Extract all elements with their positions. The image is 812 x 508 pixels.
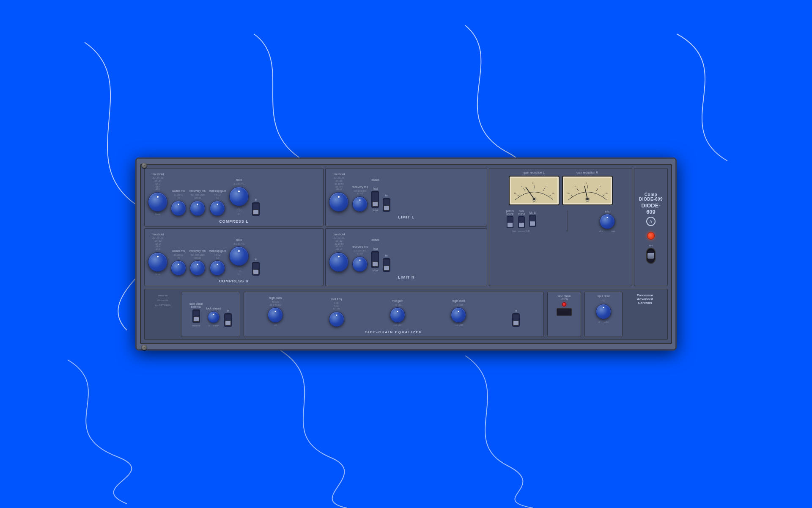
sidechain-int-label: internal: [192, 324, 200, 327]
compress-l-threshold-knob[interactable]: [148, 192, 167, 212]
limit-l-threshold-scale: -24 -20 -16-28 -12-32 10 50-36 -8 0-40 a…: [333, 177, 345, 191]
input-drive-plus24: +24: [604, 321, 609, 323]
top-section: threshold -24 -20 -16-28 -12-32 10-36 4-…: [144, 168, 668, 286]
compress-r-in-toggle[interactable]: [252, 262, 260, 276]
limit-r-section: threshold -24 -20 -16-28 -12-32 10 50-36…: [325, 228, 487, 287]
limit-r-threshold-knob[interactable]: [329, 252, 348, 272]
power-switch[interactable]: [646, 248, 656, 264]
mid-freq-group: mid freq 1.2k5.1k80 10k: [329, 298, 344, 327]
mid-freq-knob[interactable]: [329, 312, 344, 327]
vu-meter-r-face: 0 6 12 16 20 dB: [563, 177, 612, 204]
high-pass-knob[interactable]: [268, 307, 283, 323]
linking-sublabels: link stereo LR: [512, 230, 529, 232]
limit-r-fast-label: fast: [371, 247, 379, 250]
limit-r-recovery-knob[interactable]: [352, 257, 368, 272]
stereo-label: stereo: [518, 230, 525, 232]
compress-r-threshold-group: threshold -24 -20 -16-28 -12-32 10-36 4-…: [148, 233, 167, 276]
compress-r-attack-scale: 15 25 5075: [174, 254, 183, 259]
gr-meters: gain reduction L: [492, 171, 629, 205]
sidechain-ext-toggle[interactable]: [192, 309, 200, 323]
high-shelf-knob[interactable]: [451, 307, 466, 323]
param-unlink-toggle[interactable]: [507, 216, 513, 228]
compress-l-makeup-knob[interactable]: [210, 201, 225, 216]
dual-mono-toggle[interactable]: [518, 216, 525, 228]
sidechain-in-toggle[interactable]: [224, 313, 232, 327]
compress-r-recovery-knob[interactable]: [190, 260, 205, 276]
limit-r-attack-toggle[interactable]: [371, 251, 379, 268]
compress-r-threshold-label: threshold: [152, 233, 164, 236]
sidechain-in-label: in: [227, 309, 229, 312]
input-drive-knob[interactable]: [596, 304, 611, 319]
linking-controls: param unlink dual mono: [492, 208, 629, 232]
svg-point-13: [533, 198, 535, 200]
limit-l-recovery-knob[interactable]: [352, 196, 368, 212]
mid-gain-knob[interactable]: [390, 307, 405, 323]
compress-r-threshold-knob[interactable]: [148, 252, 167, 272]
sidechain-section: side chainexternal internal look ahead 0: [181, 292, 240, 337]
sidechain-eq-in-group: in: [512, 309, 520, 327]
look-ahead-label: look ahead: [206, 307, 221, 310]
limit-l-attack-toggle[interactable]: [371, 191, 379, 208]
compress-l-ratio-scale-bot: 1.5:11.1:16:1: [236, 207, 241, 216]
compress-r-recovery-scale: 400 800 1500100 a2: [190, 254, 205, 259]
svg-text:16: 16: [567, 192, 570, 194]
sidechain-eq-knobs: high pass 40 16020 640 320 off mid freq …: [247, 295, 541, 329]
compress-r-attack-label: attack ms: [172, 249, 185, 252]
link-label: link: [512, 230, 516, 232]
compress-l-recovery-knob[interactable]: [190, 201, 205, 216]
limit-r-slow-label: slow: [372, 269, 378, 272]
compress-l-fixed-label: fixed: [155, 213, 160, 216]
sidechain-eq-in-toggle[interactable]: [512, 313, 520, 327]
limit-r-threshold-group: threshold -24 -20 -16-28 -12-32 10 50-36…: [329, 233, 348, 272]
svg-text:16: 16: [514, 192, 516, 194]
limit-l-threshold-group: threshold -24 -20 -16-28 -12-32 10 50-36…: [329, 173, 348, 212]
sidechain-listen-label: side chain listen: [557, 295, 571, 301]
compress-l-makeup-group: makeup gain 4 8 12a2: [209, 189, 226, 215]
compress-r-ratio-knob[interactable]: [229, 246, 249, 266]
power-switch-handle: [647, 253, 654, 259]
vu-meter-l: 0 6 12 16 20 dB: [509, 176, 560, 205]
limit-r-recovery-group: recovery ms 100 200 800a1 a2: [352, 245, 368, 271]
limit-l-threshold-knob[interactable]: [329, 192, 348, 212]
compress-r-makeup-label: makeup gain: [209, 249, 226, 252]
compress-r-makeup-knob[interactable]: [210, 260, 225, 276]
compress-l-in-toggle[interactable]: [252, 202, 260, 216]
limit-l-in-handle: [384, 205, 390, 210]
compress-l-makeup-scale: 4 8 12a2: [214, 193, 221, 199]
limit-l-in-toggle[interactable]: [383, 198, 390, 212]
compress-l-threshold-label: threshold: [152, 173, 164, 176]
mid-gain-label: mid gain: [392, 299, 403, 302]
vu-meter-l-face: 0 6 12 16 20 dB: [510, 177, 559, 204]
sidechain-eq-section: high pass 40 16020 640 320 off mid freq …: [244, 292, 544, 337]
compress-l-ratio-label: ratio: [236, 178, 242, 181]
compress-r-attack-knob[interactable]: [171, 260, 186, 276]
limit-r-attack-labels: attack fast: [371, 238, 379, 250]
limit-l-section: threshold -24 -20 -16-28 -12-32 10 50-36…: [325, 168, 487, 226]
audio-unit: threshold -24 -20 -16-28 -12-32 10-36 4-…: [135, 157, 677, 351]
compress-r-fixed-label: fixed: [155, 273, 160, 276]
look-ahead-knob[interactable]: [208, 311, 219, 323]
dual-mono-handle: [519, 223, 524, 227]
compress-r-recovery-group: recovery ms 400 800 1500100 a2: [189, 249, 206, 276]
gr-l-label: gain reduction L: [524, 171, 545, 174]
input-drive-label: input drive: [597, 295, 610, 298]
sidechain-listen-button[interactable]: [557, 308, 572, 316]
high-shelf-scale-bot: -10 +10: [455, 324, 463, 327]
comp-model: DIODE-609: [638, 202, 664, 215]
compress-l-attack-knob[interactable]: [171, 201, 186, 216]
limit-r-in-toggle[interactable]: [383, 258, 390, 272]
limit-l-in-group: in: [383, 194, 390, 212]
sidechain-ext-handle: [193, 317, 199, 322]
limit-r-attack-label: attack: [371, 238, 379, 241]
compress-r-threshold-scale: -24 -20 -16-28 -12-32 10-36 4-40 0: [152, 237, 164, 251]
look-ahead-group: look ahead 0 early: [206, 307, 221, 327]
compress-r-in-group: in: [252, 258, 260, 276]
on-label: on: [649, 244, 653, 247]
high-pass-scale: 40 16020 640 320: [269, 301, 281, 306]
compress-l-section: threshold -24 -20 -16-28 -12-32 10-36 4-…: [144, 168, 324, 226]
compress-l-ratio-knob[interactable]: [229, 187, 249, 206]
mid-gain-scale-bot: -10 +10: [394, 324, 402, 327]
compress-l-in-group: in: [252, 198, 260, 216]
ms-toggle[interactable]: [529, 215, 536, 227]
mix-knob[interactable]: [600, 214, 615, 229]
